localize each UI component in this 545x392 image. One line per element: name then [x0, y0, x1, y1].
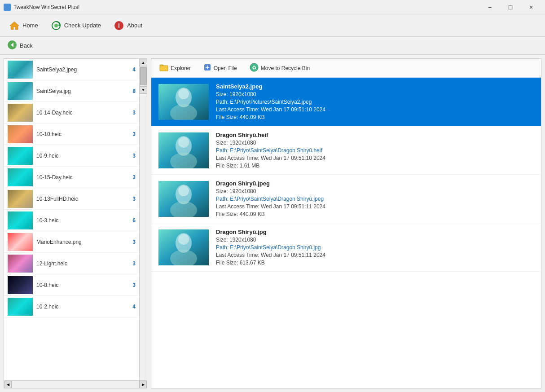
- explorer-icon: [159, 63, 168, 73]
- update-icon: [51, 20, 62, 31]
- list-item[interactable]: SaintSeiya2.jpeg4: [4, 59, 139, 80]
- list-item-count: 3: [127, 196, 136, 202]
- close-button[interactable]: ×: [521, 0, 541, 14]
- list-thumb: [8, 233, 33, 251]
- list-thumb: [8, 190, 33, 208]
- scroll-up-btn[interactable]: ▲: [140, 59, 147, 66]
- scroll-right-btn[interactable]: ▶: [139, 381, 147, 388]
- svg-text:i: i: [118, 22, 120, 29]
- app-icon: [4, 4, 11, 11]
- detail-item[interactable]: Dragon Shiryū.heifSize: 1920x1080Path: E…: [151, 126, 541, 175]
- list-item[interactable]: MarioEnhance.png3: [4, 231, 139, 253]
- svg-text:♻: ♻: [251, 65, 256, 71]
- list-item[interactable]: 10-14-Day.heic3: [4, 102, 139, 123]
- list-item-name: 10-2.heic: [36, 304, 127, 310]
- detail-info: SaintSeiya2.jpegSize: 1920x1080Path: E:\…: [216, 83, 325, 120]
- svg-point-21: [178, 137, 189, 148]
- list-item-count: 3: [127, 153, 136, 159]
- detail-item[interactable]: Dragon Shiryū.jpgSize: 1920x1080Path: E:…: [151, 223, 541, 272]
- list-thumb: [8, 61, 33, 79]
- open-file-icon: [203, 63, 211, 73]
- list-item-name: 10-3.heic: [36, 217, 127, 224]
- menu-item-check-update[interactable]: Check Update: [45, 18, 106, 34]
- left-scrollbar[interactable]: ▲ ▼: [139, 59, 147, 380]
- list-item[interactable]: 10-2.heic4: [4, 296, 139, 317]
- detail-filename: Dragon Shiryū.heif: [216, 132, 325, 138]
- list-item-count: 3: [127, 239, 136, 245]
- detail-item[interactable]: Dragon Shiryū.jpegSize: 1920x1080Path: E…: [151, 175, 541, 223]
- left-panel-scroll[interactable]: SaintSeiya2.jpeg4SaintSeiya.jpg810-14-Da…: [4, 59, 139, 380]
- detail-filename: Dragon Shiryū.jpg: [216, 229, 325, 235]
- list-item[interactable]: 12-Light.heic3: [4, 253, 139, 274]
- detail-path: Path: E:\Priyo\SaintSeiya\Dragon Shiryū.…: [216, 147, 325, 154]
- detail-thumb: [158, 84, 209, 120]
- detail-path: Path: E:\Priyo\Pictures\SaintSeiya2.jpeg: [216, 99, 325, 105]
- detail-filename: Dragon Shiryū.jpeg: [216, 180, 325, 187]
- list-item[interactable]: 10-15-Day.heic3: [4, 167, 139, 188]
- list-item-name: SaintSeiya.jpg: [36, 88, 127, 94]
- main-content: SaintSeiya2.jpeg4SaintSeiya.jpg810-14-Da…: [0, 55, 545, 392]
- svg-rect-8: [160, 66, 168, 71]
- home-icon: [9, 20, 20, 31]
- scroll-down-btn[interactable]: ▼: [140, 86, 147, 94]
- detail-item[interactable]: SaintSeiya2.jpegSize: 1920x1080Path: E:\…: [151, 78, 541, 126]
- scroll-left-btn[interactable]: ◀: [4, 381, 12, 388]
- svg-point-29: [178, 234, 189, 245]
- detail-thumb: [158, 229, 209, 265]
- list-item[interactable]: 10-9.heic3: [4, 145, 139, 167]
- explorer-label: Explorer: [171, 65, 191, 71]
- list-item-name: MarioEnhance.png: [36, 239, 127, 245]
- back-icon: [7, 40, 17, 51]
- svg-marker-0: [10, 22, 19, 30]
- menu-item-about[interactable]: i About: [108, 18, 148, 34]
- about-icon: i: [114, 20, 124, 31]
- right-toolbar: Explorer Open File ♻: [151, 59, 541, 78]
- list-item-name: SaintSeiya2.jpeg: [36, 66, 127, 73]
- detail-thumb: [158, 132, 209, 168]
- maximize-button[interactable]: □: [500, 0, 521, 14]
- list-item-count: 8: [127, 88, 136, 94]
- detail-list[interactable]: SaintSeiya2.jpegSize: 1920x1080Path: E:\…: [151, 78, 541, 388]
- list-thumb: [8, 168, 33, 186]
- minimize-button[interactable]: −: [479, 0, 500, 14]
- detail-filename: SaintSeiya2.jpeg: [216, 83, 325, 90]
- back-button[interactable]: Back: [7, 40, 33, 51]
- detail-access: Last Access Time: Wed Jan 17 09:51:11 20…: [216, 252, 325, 258]
- list-item-name: 10-14-Day.heic: [36, 110, 127, 116]
- detail-path: Path: E:\Priyo\SaintSeiya\Dragon Shiryū.…: [216, 244, 325, 251]
- back-bar: Back: [0, 37, 545, 55]
- detail-size: Size: 1920x1080: [216, 237, 325, 243]
- explorer-button[interactable]: Explorer: [157, 62, 193, 74]
- list-thumb: [8, 82, 33, 100]
- detail-size: Size: 1920x1080: [216, 91, 325, 97]
- open-file-button[interactable]: Open File: [201, 62, 240, 74]
- detail-access: Last Access Time: Wed Jan 17 09:51:10 20…: [216, 155, 325, 161]
- left-bottom-scrollbar[interactable]: ◀ ▶: [4, 380, 147, 388]
- list-item-name: 12-Light.heic: [36, 260, 127, 267]
- recycle-button[interactable]: ♻ Move to Recycle Bin: [247, 62, 312, 75]
- list-item[interactable]: 10-10.heic3: [4, 123, 139, 145]
- list-item-count: 3: [127, 110, 136, 116]
- right-panel: Explorer Open File ♻: [151, 58, 541, 388]
- list-item[interactable]: 10-3.heic6: [4, 210, 139, 231]
- list-item-name: 10-8.heic: [36, 282, 127, 288]
- detail-filesize: File Size: 1.61 MB: [216, 163, 325, 169]
- menu-about-label: About: [127, 22, 142, 29]
- menu-item-home[interactable]: Home: [4, 18, 44, 34]
- detail-thumb: [158, 181, 209, 217]
- list-thumb: [8, 276, 33, 294]
- svg-point-3: [54, 24, 58, 27]
- list-item[interactable]: 10-13FullHD.heic3: [4, 188, 139, 210]
- list-item-count: 4: [127, 304, 136, 310]
- list-item-name: 10-15-Day.heic: [36, 174, 127, 181]
- list-item[interactable]: SaintSeiya.jpg8: [4, 80, 139, 102]
- scroll-thumb[interactable]: [140, 67, 147, 85]
- detail-info: Dragon Shiryū.jpegSize: 1920x1080Path: E…: [216, 180, 325, 217]
- list-item[interactable]: 10-8.heic3: [4, 274, 139, 296]
- svg-point-17: [178, 88, 189, 99]
- recycle-icon: ♻: [250, 63, 259, 73]
- list-thumb: [8, 147, 33, 165]
- list-item-count: 6: [127, 217, 136, 224]
- svg-marker-2: [58, 24, 60, 26]
- detail-info: Dragon Shiryū.heifSize: 1920x1080Path: E…: [216, 132, 325, 169]
